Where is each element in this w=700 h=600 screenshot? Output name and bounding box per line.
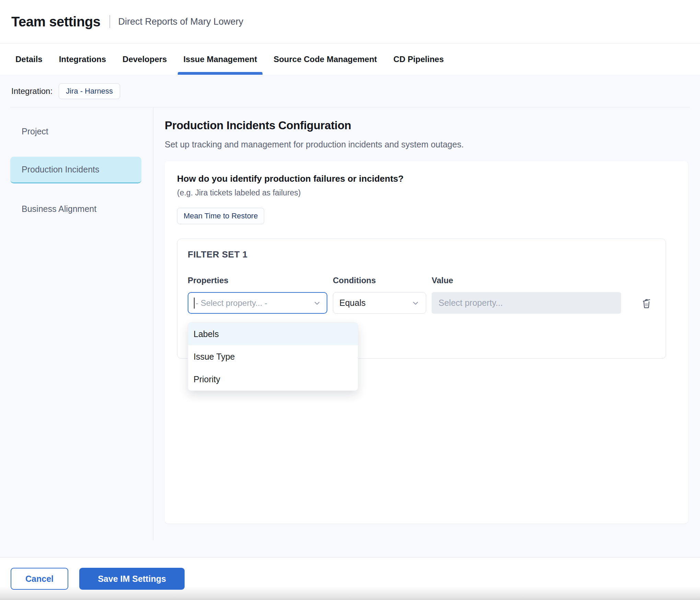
main-panel: Production Incidents Configuration Set u… bbox=[153, 107, 700, 552]
chevron-down-icon bbox=[313, 299, 321, 307]
property-select-placeholder: - Select property... - bbox=[196, 298, 313, 308]
config-card: How do you identify production failures … bbox=[165, 161, 688, 524]
filter-set-card: FILTER SET 1 Properties Conditions Value… bbox=[177, 239, 666, 359]
text-cursor bbox=[194, 298, 195, 309]
cancel-button[interactable]: Cancel bbox=[11, 568, 68, 590]
page-title: Team settings bbox=[11, 14, 101, 29]
body-row: Project Production Incidents Business Al… bbox=[0, 107, 700, 552]
question-title: How do you identify production failures … bbox=[177, 173, 676, 184]
content-area: Integration: Jira - Harness Project Prod… bbox=[0, 75, 700, 557]
condition-select[interactable]: Equals bbox=[333, 292, 426, 314]
value-input[interactable] bbox=[432, 292, 621, 314]
active-tab-indicator bbox=[178, 72, 262, 75]
sidebar-item-production-incidents[interactable]: Production Incidents bbox=[10, 157, 141, 183]
section-subtitle: Set up tracking and management for produ… bbox=[165, 140, 688, 149]
dropdown-option-labels[interactable]: Labels bbox=[188, 323, 358, 345]
tab-issue-management[interactable]: Issue Management bbox=[183, 44, 257, 75]
delete-filter-button[interactable] bbox=[639, 296, 654, 311]
sidebar-item-business-alignment[interactable]: Business Alignment bbox=[10, 196, 141, 221]
header: Team settings Direct Reports of Mary Low… bbox=[0, 0, 700, 44]
tab-issue-management-label: Issue Management bbox=[183, 55, 257, 64]
section-title: Production Incidents Configuration bbox=[165, 119, 688, 132]
condition-select-value: Equals bbox=[339, 298, 411, 308]
dropdown-option-priority[interactable]: Priority bbox=[188, 368, 358, 391]
title-divider bbox=[109, 15, 110, 28]
page-subtitle: Direct Reports of Mary Lowery bbox=[118, 16, 244, 27]
tab-source-code-management[interactable]: Source Code Management bbox=[273, 44, 377, 75]
tab-integrations[interactable]: Integrations bbox=[59, 44, 106, 75]
footer: Cancel Save IM Settings bbox=[0, 557, 700, 600]
tab-details[interactable]: Details bbox=[15, 44, 43, 75]
tab-bar: Details Integrations Developers Issue Ma… bbox=[0, 44, 700, 75]
trash-icon bbox=[640, 297, 653, 309]
sidebar-item-project[interactable]: Project bbox=[10, 119, 141, 144]
property-dropdown: Labels Issue Type Priority bbox=[188, 322, 358, 391]
save-im-settings-button[interactable]: Save IM Settings bbox=[79, 568, 185, 590]
tab-developers[interactable]: Developers bbox=[122, 44, 167, 75]
filter-column-labels: Properties Conditions Value bbox=[188, 276, 655, 285]
filter-set-title: FILTER SET 1 bbox=[188, 249, 655, 260]
page: Team settings Direct Reports of Mary Low… bbox=[0, 0, 700, 600]
chevron-down-icon bbox=[411, 299, 420, 307]
filter-row: - Select property... - Equals bbox=[188, 292, 655, 314]
dropdown-option-issue-type[interactable]: Issue Type bbox=[188, 345, 358, 368]
question-hint: (e.g. Jira tickets labeled as failures) bbox=[177, 188, 676, 197]
tab-cd-pipelines[interactable]: CD Pipelines bbox=[394, 44, 444, 75]
value-column-label: Value bbox=[432, 276, 621, 285]
integration-label: Integration: bbox=[11, 86, 52, 96]
property-select[interactable]: - Select property... - bbox=[188, 292, 327, 314]
conditions-column-label: Conditions bbox=[333, 276, 426, 285]
integration-badge[interactable]: Jira - Harness bbox=[59, 83, 120, 99]
mean-time-to-restore-chip[interactable]: Mean Time to Restore bbox=[177, 208, 264, 224]
properties-column-label: Properties bbox=[188, 276, 327, 285]
integration-row: Integration: Jira - Harness bbox=[0, 75, 700, 99]
sidebar: Project Production Incidents Business Al… bbox=[0, 107, 153, 540]
